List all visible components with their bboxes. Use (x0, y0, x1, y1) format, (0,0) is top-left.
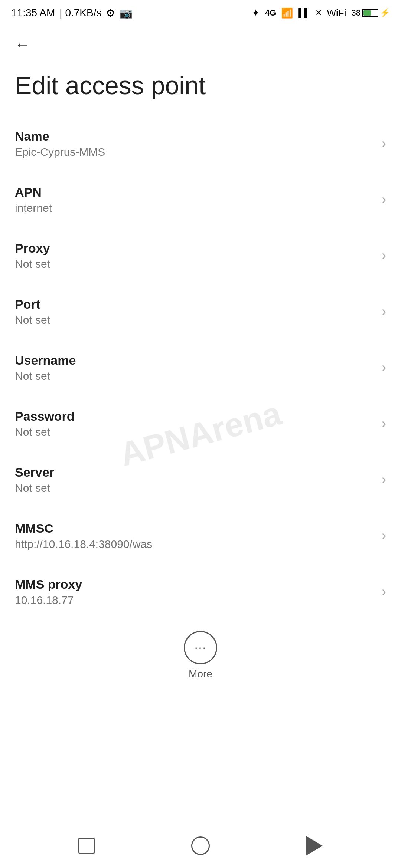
chevron-right-icon-mms-proxy: › (382, 584, 386, 599)
settings-item-server[interactable]: Server Not set › (0, 452, 401, 508)
settings-item-port[interactable]: Port Not set › (0, 284, 401, 340)
chevron-right-icon-proxy: › (382, 248, 386, 263)
settings-item-server-value: Not set (15, 482, 374, 494)
signal-x-icon: ✕ (315, 8, 322, 18)
chevron-right-icon-port: › (382, 304, 386, 319)
settings-item-password-label: Password (15, 409, 374, 424)
toolbar: ← (0, 26, 401, 63)
settings-item-server-content: Server Not set (15, 465, 374, 494)
chevron-right-icon-password: › (382, 416, 386, 431)
settings-icon: ⚙ (106, 7, 115, 19)
chevron-right-icon-username: › (382, 360, 386, 375)
settings-item-password[interactable]: Password Not set › (0, 396, 401, 452)
settings-item-apn-value: internet (15, 202, 374, 214)
status-bar-right: ✦ 4G 📶 ▌▌ ✕ WiFi 38 ⚡ (252, 7, 390, 19)
bluetooth-icon: ✦ (252, 7, 260, 19)
nav-recents-button[interactable] (74, 833, 100, 859)
nav-home-button[interactable] (188, 833, 213, 859)
more-dots-icon: ··· (195, 641, 207, 654)
settings-item-username-content: Username Not set (15, 353, 374, 382)
settings-item-proxy-label: Proxy (15, 241, 374, 256)
status-bar-left: 11:35 AM | 0.7KB/s ⚙ 📷 (11, 7, 133, 19)
nav-back-icon (306, 836, 323, 855)
settings-item-username-label: Username (15, 353, 374, 368)
settings-item-mms-proxy-content: MMS proxy 10.16.18.77 (15, 577, 374, 606)
chevron-right-icon-apn: › (382, 192, 386, 207)
settings-item-proxy-value: Not set (15, 258, 374, 270)
more-label: More (189, 668, 212, 680)
battery-fill (363, 10, 371, 16)
camera-icon: 📷 (120, 7, 133, 19)
settings-item-port-value: Not set (15, 314, 374, 326)
settings-item-mmsc-value: http://10.16.18.4:38090/was (15, 538, 374, 550)
speed-display: | 0.7KB/s (59, 7, 101, 19)
settings-item-mms-proxy[interactable]: MMS proxy 10.16.18.77 › (0, 564, 401, 620)
settings-item-apn-label: APN (15, 185, 374, 200)
battery-box (362, 9, 378, 17)
settings-item-apn[interactable]: APN internet › (0, 172, 401, 228)
nav-home-icon (191, 836, 210, 855)
signal-bars-icon: 📶 (281, 7, 293, 19)
settings-list: Name Epic-Cyprus-MMS › APN internet › Pr… (0, 116, 401, 620)
settings-item-name-value: Epic-Cyprus-MMS (15, 146, 374, 158)
signal-4g-icon: 4G (265, 8, 276, 18)
settings-item-server-label: Server (15, 465, 374, 480)
settings-item-name[interactable]: Name Epic-Cyprus-MMS › (0, 116, 401, 172)
settings-item-username-value: Not set (15, 370, 374, 382)
battery-indicator: 38 ⚡ (352, 8, 390, 18)
settings-item-port-label: Port (15, 297, 374, 312)
signal-bars-2-icon: ▌▌ (298, 8, 310, 18)
status-bar: 11:35 AM | 0.7KB/s ⚙ 📷 ✦ 4G 📶 ▌▌ ✕ WiFi … (0, 0, 401, 26)
settings-item-proxy-content: Proxy Not set (15, 241, 374, 270)
back-arrow-icon: ← (14, 36, 30, 53)
time-display: 11:35 AM (11, 7, 55, 19)
settings-item-mms-proxy-value: 10.16.18.77 (15, 594, 374, 606)
settings-item-username[interactable]: Username Not set › (0, 340, 401, 396)
settings-item-mmsc[interactable]: MMSC http://10.16.18.4:38090/was › (0, 508, 401, 564)
charging-icon: ⚡ (380, 8, 390, 18)
wifi-icon: WiFi (327, 7, 346, 19)
chevron-right-icon-server: › (382, 472, 386, 487)
more-button[interactable]: ··· (184, 631, 217, 664)
settings-item-name-content: Name Epic-Cyprus-MMS (15, 129, 374, 158)
settings-item-mmsc-content: MMSC http://10.16.18.4:38090/was (15, 521, 374, 550)
more-button-container: ··· More (0, 620, 401, 691)
settings-item-port-content: Port Not set (15, 297, 374, 326)
nav-bar (0, 823, 401, 868)
settings-item-password-content: Password Not set (15, 409, 374, 438)
back-button[interactable]: ← (11, 33, 33, 56)
chevron-right-icon-mmsc: › (382, 528, 386, 543)
settings-item-password-value: Not set (15, 426, 374, 438)
page-title: Edit access point (15, 70, 386, 101)
chevron-right-icon-name: › (382, 136, 386, 151)
settings-item-mms-proxy-label: MMS proxy (15, 577, 374, 592)
nav-recents-icon (78, 838, 95, 854)
settings-item-mmsc-label: MMSC (15, 521, 374, 536)
settings-item-proxy[interactable]: Proxy Not set › (0, 228, 401, 284)
page-title-container: Edit access point (0, 63, 401, 116)
settings-item-apn-content: APN internet (15, 185, 374, 214)
nav-back-button[interactable] (301, 833, 327, 859)
settings-item-name-label: Name (15, 129, 374, 144)
